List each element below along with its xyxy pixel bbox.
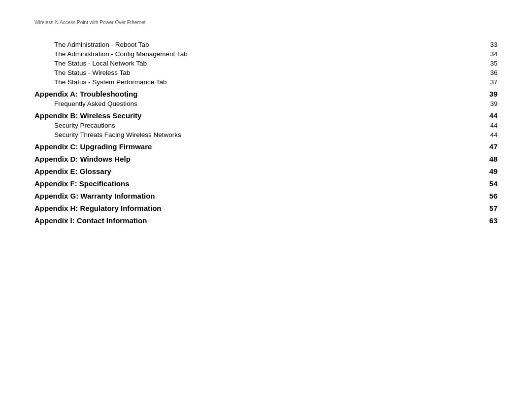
toc-row: Appendix A: Troubleshooting39 bbox=[34, 87, 498, 99]
toc-page: 39 bbox=[474, 99, 498, 108]
toc-page: 57 bbox=[474, 201, 498, 213]
toc-row: Security Precautions44 bbox=[34, 121, 498, 130]
toc-page: 39 bbox=[474, 87, 498, 99]
page-container: Wireless-N Access Point with Power Over … bbox=[0, 0, 532, 411]
toc-page: 47 bbox=[474, 139, 498, 152]
toc-row: Frequently Asked Questions39 bbox=[34, 99, 498, 108]
toc-row: Appendix B: Wireless Security44 bbox=[34, 108, 498, 121]
toc-row: The Administration - Reboot Tab33 bbox=[34, 40, 498, 49]
toc-label: Appendix F: Specifications bbox=[34, 176, 474, 189]
toc-row: Appendix C: Upgrading Firmware47 bbox=[34, 139, 498, 152]
toc-table: The Administration - Reboot Tab33The Adm… bbox=[34, 40, 498, 226]
toc-label: Appendix I: Contact Information bbox=[34, 213, 474, 226]
toc-page: 33 bbox=[474, 40, 498, 49]
toc-page: 56 bbox=[474, 189, 498, 201]
toc-row: The Status - Wireless Tab36 bbox=[34, 68, 498, 77]
toc-row: Appendix I: Contact Information63 bbox=[34, 213, 498, 226]
toc-page: 44 bbox=[474, 108, 498, 121]
toc-page: 54 bbox=[474, 176, 498, 189]
toc-page: 37 bbox=[474, 77, 498, 87]
toc-label: Appendix D: Windows Help bbox=[34, 152, 474, 164]
toc-row: The Status - Local Network Tab35 bbox=[34, 59, 498, 68]
toc-label: The Administration - Config Management T… bbox=[34, 49, 474, 59]
toc-label: The Status - Local Network Tab bbox=[34, 59, 474, 68]
toc-label: Security Precautions bbox=[34, 121, 474, 130]
toc-label: Appendix G: Warranty Information bbox=[34, 189, 474, 201]
toc-page: 44 bbox=[474, 121, 498, 130]
toc-label: Appendix C: Upgrading Firmware bbox=[34, 139, 474, 152]
toc-label: Frequently Asked Questions bbox=[34, 99, 474, 108]
toc-row: The Status - System Performance Tab37 bbox=[34, 77, 498, 87]
toc-row: Appendix F: Specifications54 bbox=[34, 176, 498, 189]
toc-label: Security Threats Facing Wireless Network… bbox=[34, 130, 474, 139]
toc-label: The Status - Wireless Tab bbox=[34, 68, 474, 77]
toc-row: The Administration - Config Management T… bbox=[34, 49, 498, 59]
toc-label: Appendix A: Troubleshooting bbox=[34, 87, 474, 99]
toc-label: Appendix E: Glossary bbox=[34, 164, 474, 176]
toc-label: Appendix H: Regulatory Information bbox=[34, 201, 474, 213]
toc-page: 49 bbox=[474, 164, 498, 176]
toc-page: 36 bbox=[474, 68, 498, 77]
toc-row: Appendix G: Warranty Information56 bbox=[34, 189, 498, 201]
toc-row: Security Threats Facing Wireless Network… bbox=[34, 130, 498, 139]
toc-page: 34 bbox=[474, 49, 498, 59]
toc-row: Appendix E: Glossary49 bbox=[34, 164, 498, 176]
toc-row: Appendix D: Windows Help48 bbox=[34, 152, 498, 164]
toc-page: 44 bbox=[474, 130, 498, 139]
toc-label: The Administration - Reboot Tab bbox=[34, 40, 474, 49]
toc-page: 48 bbox=[474, 152, 498, 164]
header-title: Wireless-N Access Point with Power Over … bbox=[34, 20, 498, 25]
toc-page: 63 bbox=[474, 213, 498, 226]
toc-label: The Status - System Performance Tab bbox=[34, 77, 474, 87]
toc-label: Appendix B: Wireless Security bbox=[34, 108, 474, 121]
toc-row: Appendix H: Regulatory Information57 bbox=[34, 201, 498, 213]
toc-page: 35 bbox=[474, 59, 498, 68]
